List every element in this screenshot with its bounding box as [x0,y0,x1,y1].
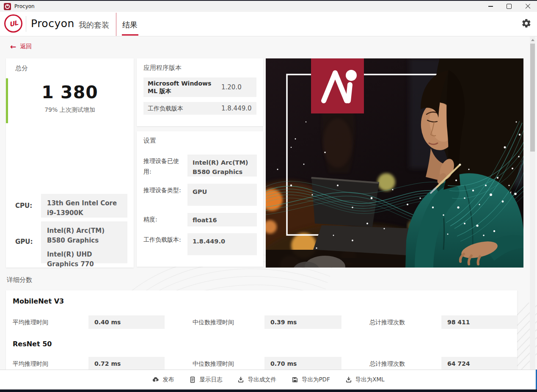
metric-label: 中位数推理时间 [193,315,234,329]
active-tab-underline [122,34,138,36]
settings-card: 设置 推理设备已使用: Intel(R) Arc(TM) B580 Graphi… [137,131,263,267]
overall-score-card: 总分 1 380 79% 上次测试增加 CPU: 13th Gen Intel … [6,58,134,268]
metric-value: 98 411 [441,315,517,329]
minimize-button[interactable] [481,1,500,12]
maximize-button[interactable] [500,1,518,12]
ul-logo-text: UL [8,19,18,28]
titlebar: Procyon [0,0,537,12]
metric-value: 0.40 ms [88,315,165,329]
brand-name: Procyon [31,17,74,30]
ai-logo-badge [311,58,364,113]
gpu-value: Intel(R) Arc(TM) B580 Graphics Intel(R) … [41,221,127,263]
metric-row: 平均推理时间 0.40 ms 中位数推理时间 0.39 ms 总计推理次数 98… [6,315,517,329]
setting-value: GPU [187,184,257,206]
button-label: 导出为PDF [302,376,330,384]
gpu-line-1: Intel(R) Arc(TM) B580 Graphics [47,226,121,245]
overall-score-value: 1 380 [6,82,134,102]
row-label: Microsoft Windows ML 版本 [148,80,219,95]
window-bottom-border [0,389,537,392]
metric-label: 总计推理次数 [369,357,405,370]
footer-toolbar: 发布 显示日志 导出成文件 导出为PDF [0,370,537,389]
ai-logo-icon [311,58,364,113]
vertical-scrollbar[interactable] [530,36,535,370]
up-triangle-icon [531,39,534,41]
metric-row: 平均推理时间 0.72 ms 中位数推理时间 0.70 ms 总计推理次数 64… [6,357,517,370]
back-label: 返回 [20,43,32,50]
score-card-title: 总分 [15,64,28,72]
ul-logo[interactable]: UL [4,14,22,33]
app-version-row: Microsoft Windows ML 版本 1.20.0 [143,77,256,97]
score-delta-text: 79% 上次测试增加 [6,106,134,114]
minimize-icon [488,6,493,6]
button-label: 显示日志 [199,376,222,384]
metric-value: 64 724 [441,357,517,370]
button-label: 导出成文件 [248,376,276,384]
show-log-button[interactable]: 显示日志 [189,376,222,384]
metric-label: 平均推理时间 [13,357,48,370]
export-xml-button[interactable]: 导出为XML [345,376,385,384]
setting-value: 1.8.449.0 [187,233,257,255]
maximize-icon [507,4,512,9]
metric-label: 平均推理时间 [13,315,48,329]
procyon-window: Procyon UL Procyon 我的套装 结果 [0,0,537,392]
publish-button[interactable]: 发布 [152,376,174,384]
cloud-upload-icon [152,376,159,383]
scrollbar-thumb[interactable] [530,44,535,152]
close-icon [525,4,531,9]
metric-value: 0.72 ms [88,357,165,370]
download-icon [237,376,244,383]
app-version-card: 应用程序版本 Microsoft Windows ML 版本 1.20.0 工作… [137,58,263,126]
button-label: 发布 [162,376,174,384]
setting-label: 推理设备已使用: [143,156,187,177]
cpu-value: 13th Gen Intel Core i9-13900K [41,194,127,218]
detail-scores-title: 详细分数 [7,276,32,284]
results-page: ← 返回 总分 1 380 79% 上次测试增加 CPU: 13th Gen I… [0,36,537,390]
cpu-label: CPU: [15,202,32,210]
benchmark-group-name: MobileNet V3 [13,297,64,305]
setting-value: Intel(R) Arc(TM) B580 Graphics [187,155,257,177]
export-file-button[interactable]: 导出成文件 [237,376,276,384]
row-label: 工作负载版本 [148,105,183,112]
row-value: 1.8.449.0 [221,102,252,115]
brand-divider [26,16,26,32]
back-arrow-icon: ← [10,43,16,50]
setting-label: 工作负载版本: [143,235,187,245]
tab-results[interactable]: 结果 [122,20,138,30]
close-button[interactable] [518,1,537,12]
setting-label: 精度: [143,214,187,225]
app-header: UL Procyon 我的套装 结果 [0,12,537,36]
gpu-label: GPU: [15,238,33,246]
window-controls [481,1,537,12]
app-version-title: 应用程序版本 [143,64,182,72]
back-button[interactable]: ← 返回 [10,43,32,50]
settings-title: 设置 [143,137,156,145]
metric-value: 0.39 ms [264,315,341,329]
button-label: 导出为XML [355,376,385,384]
metric-label: 总计推理次数 [369,315,405,329]
setting-label: 推理设备类型: [143,185,187,196]
workload-version-row: 工作负载版本 1.8.449.0 [143,102,256,115]
gpu-line-2: Intel(R) UHD Graphics 770 [47,250,121,269]
export-pdf-button[interactable]: 导出为PDF [292,376,330,384]
metric-value: 0.70 ms [264,357,341,370]
document-icon [189,376,196,383]
settings-gear-icon[interactable] [521,18,531,28]
tab-separator [116,13,116,36]
tab-my-suites[interactable]: 我的套装 [79,20,109,30]
save-icon [292,376,298,383]
scrollbar-up-arrow[interactable] [530,37,535,42]
hero-image [266,58,523,268]
metric-label: 中位数推理时间 [193,357,234,370]
app-icon [4,3,11,10]
window-title: Procyon [14,3,35,9]
row-value: 1.20.0 [221,77,242,97]
download-icon [345,376,352,383]
benchmark-group-name: ResNet 50 [13,340,52,348]
setting-value: float16 [187,213,257,226]
